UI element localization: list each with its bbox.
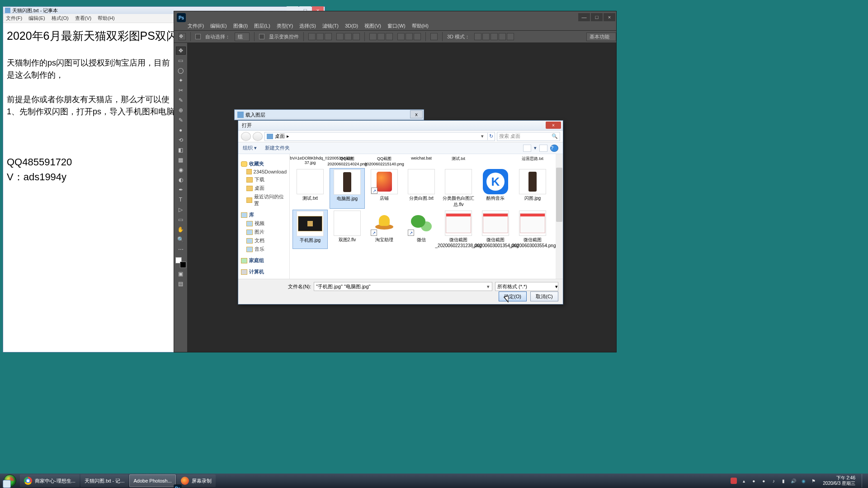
volume-icon[interactable]: 🔊	[790, 478, 797, 484]
distribute-icon[interactable]	[414, 33, 421, 40]
menu-edit[interactable]: 编辑(E)	[210, 23, 227, 29]
load-layers-dialog-titlebar[interactable]: 载入图层 x	[234, 109, 424, 120]
menu-type[interactable]: 类型(Y)	[277, 23, 293, 29]
taskbar-clock[interactable]: 下午 2:46 2020/6/3 星期三	[820, 475, 858, 486]
file-item[interactable]: 分类颜色白图汇总.flv	[441, 168, 476, 209]
preview-pane-icon[interactable]	[539, 145, 547, 152]
distribute-icon[interactable]	[397, 33, 405, 40]
edit-toolbar[interactable]: ⋯	[176, 245, 186, 253]
filter-dropdown[interactable]: 所有格式 (*.*)▾	[495, 282, 558, 291]
move-tool[interactable]: ✥	[176, 47, 186, 55]
heal-tool[interactable]: ⊕	[176, 106, 186, 114]
file-item[interactable]: K酷狗音乐	[478, 168, 513, 209]
gradient-tool[interactable]: ▦	[176, 156, 186, 164]
filename-input[interactable]: "手机图.jpg" "电脑图.jpg"▾	[314, 282, 492, 291]
transform-checkbox[interactable]	[259, 34, 264, 39]
maximize-button[interactable]: □	[591, 13, 603, 21]
history-brush-tool[interactable]: ⟲	[176, 136, 186, 144]
file-item[interactable]: ↗微信	[404, 210, 439, 249]
file-item[interactable]: 微信截图_20200603001354.png	[478, 210, 513, 249]
tray-icon[interactable]: ●	[760, 478, 767, 484]
tree-video[interactable]: 视频	[240, 219, 288, 228]
view-dropdown-icon[interactable]: ▾	[534, 145, 537, 151]
menu-view[interactable]: 视图(V)	[364, 23, 381, 29]
tree-recent[interactable]: 最近访问的位置	[240, 192, 288, 208]
file-item[interactable]: QQ截图20200602214024.png	[330, 155, 365, 167]
tray-icon[interactable]: ●	[750, 478, 757, 484]
stamp-tool[interactable]: ●	[176, 126, 186, 134]
file-item[interactable]: weichat.bat	[404, 155, 439, 167]
pen-tool[interactable]: ✒	[176, 186, 186, 194]
action-center-icon[interactable]: ⚑	[810, 478, 816, 484]
menu-3d[interactable]: 3D(D)	[345, 23, 358, 28]
file-item[interactable]: 微信截图_20200602231238.png	[441, 210, 476, 249]
cancel-button[interactable]: 取消(C)	[530, 291, 558, 301]
eraser-tool[interactable]: ◧	[176, 146, 186, 154]
auto-align-icon[interactable]	[430, 33, 438, 40]
type-tool[interactable]: T	[176, 196, 186, 204]
file-item[interactable]: 闪图.jpg	[515, 168, 550, 209]
tree-favorites[interactable]: 收藏夹	[240, 160, 288, 168]
menu-image[interactable]: 图像(I)	[233, 23, 248, 29]
ok-button[interactable]: 确定(O)	[499, 291, 527, 301]
tree-desktop[interactable]: 桌面	[240, 184, 288, 192]
align-icon[interactable]	[316, 33, 324, 40]
dropdown-icon[interactable]: ▾	[555, 284, 558, 290]
workspace-select[interactable]: 基本功能	[586, 33, 616, 41]
file-item[interactable]: 运营思路.txt	[515, 155, 550, 167]
close-button[interactable]: x	[410, 110, 423, 118]
file-item[interactable]: 双图2.flv	[330, 210, 365, 249]
taskbar-item-recorder[interactable]: 屏幕录制	[177, 474, 216, 487]
menu-format[interactable]: 格式(O)	[52, 15, 69, 22]
tree-libraries[interactable]: 库	[240, 211, 288, 219]
blur-tool[interactable]: ◉	[176, 166, 186, 174]
tray-icon[interactable]	[731, 478, 737, 484]
eyedropper-tool[interactable]: ✎	[176, 96, 186, 104]
tree-homegroup[interactable]: 家庭组	[240, 256, 288, 265]
auto-select-checkbox[interactable]	[195, 34, 201, 39]
menu-file[interactable]: 文件(F)	[188, 23, 204, 29]
move-tool-icon[interactable]: ✥	[179, 33, 186, 40]
view-mode-icon[interactable]	[523, 145, 531, 152]
shape-tool[interactable]: ▭	[176, 216, 186, 224]
distribute-icon[interactable]	[377, 33, 385, 40]
scrollbar-thumb[interactable]	[556, 168, 562, 222]
align-icon[interactable]	[353, 33, 360, 40]
file-item[interactable]: ↗淘宝助理	[367, 210, 402, 249]
screenmode-tool[interactable]: ▤	[176, 280, 186, 288]
menu-window[interactable]: 窗口(W)	[387, 23, 406, 29]
back-button[interactable]	[241, 132, 251, 141]
menu-help[interactable]: 帮助(H)	[98, 15, 114, 22]
menu-select[interactable]: 选择(S)	[299, 23, 316, 29]
close-button[interactable]: ×	[546, 122, 561, 129]
wand-tool[interactable]: ✦	[176, 76, 186, 84]
tree-documents[interactable]: 文档	[240, 236, 288, 245]
3d-icon[interactable]	[491, 33, 498, 40]
distribute-icon[interactable]	[406, 33, 413, 40]
taskbar-item-chrome[interactable]: 商家中心-理想生...	[20, 474, 80, 487]
crop-tool[interactable]: ✂	[176, 86, 186, 94]
menu-file[interactable]: 文件(F)	[6, 15, 22, 22]
tree-music[interactable]: 音乐	[240, 245, 288, 253]
align-icon[interactable]	[336, 33, 344, 40]
refresh-icon[interactable]: ↻	[487, 133, 495, 140]
menu-layer[interactable]: 图层(L)	[254, 23, 270, 29]
distribute-icon[interactable]	[386, 33, 393, 40]
tree-computer[interactable]: 计算机	[240, 267, 288, 276]
taskbar-item-notepad[interactable]: 天猫闪图.txt - 记...	[80, 474, 129, 487]
forward-button[interactable]	[253, 132, 263, 141]
3d-icon[interactable]	[499, 33, 506, 40]
background-color[interactable]	[180, 262, 186, 268]
ps-titlebar[interactable]	[174, 11, 616, 21]
close-button[interactable]: ×	[604, 13, 615, 21]
file-item[interactable]: O1cN01QfAbVA1eDOl8Kbhdq_!!22005394338 37…	[292, 155, 328, 167]
open-dialog-titlebar[interactable]: 打开 ×	[238, 121, 563, 131]
tray-icon[interactable]: ♪	[770, 478, 777, 484]
menu-view[interactable]: 查看(V)	[75, 15, 92, 22]
minimize-button[interactable]: —	[578, 13, 590, 21]
file-item[interactable]: 微信截图_20200603003554.png	[515, 210, 550, 249]
path-bar[interactable]: 桌面 ▸ ▾ ↻	[264, 132, 495, 141]
tree-pictures[interactable]: 图片	[240, 228, 288, 236]
dodge-tool[interactable]: ◐	[176, 176, 186, 184]
show-desktop-button[interactable]	[862, 474, 866, 488]
